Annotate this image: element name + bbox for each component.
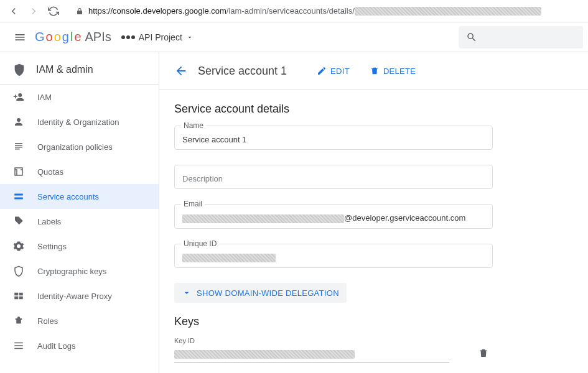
svg-rect-6	[19, 297, 23, 300]
name-label: Name	[181, 121, 206, 130]
email-value: @developer.gserviceaccount.com	[182, 213, 485, 223]
trash-icon	[370, 66, 380, 76]
roles-icon	[12, 315, 25, 326]
svg-rect-5	[14, 297, 18, 300]
key-id-cell: Key ID	[174, 337, 449, 362]
trash-icon	[478, 348, 489, 359]
edit-button[interactable]: EDIT	[312, 62, 355, 80]
person-add-icon	[12, 91, 25, 103]
description-field[interactable]: Description	[174, 165, 493, 189]
iap-icon	[12, 290, 25, 302]
sidebar-item-iam[interactable]: IAM	[0, 85, 159, 109]
sidebar-item-label: Settings	[37, 242, 67, 251]
browser-reload-button[interactable]	[45, 2, 62, 20]
uniqueid-value	[182, 253, 485, 263]
sidebar-item-orgpolicies[interactable]: Organization policies	[0, 134, 159, 159]
quota-icon	[12, 166, 25, 177]
sidebar-item-label: Identity & Organization	[37, 117, 119, 127]
lock-icon	[76, 7, 83, 15]
sidebar-item-crypto-keys[interactable]: Cryptographic keys	[0, 259, 159, 283]
doc-icon	[12, 141, 25, 152]
sidebar-header[interactable]: IAM & admin	[0, 55, 159, 85]
sidebar-item-iap[interactable]: Identity-Aware Proxy	[0, 283, 159, 308]
sidebar-item-label: Quotas	[37, 167, 63, 177]
delete-button[interactable]: DELETE	[365, 62, 421, 80]
section-title: Service account details	[174, 103, 493, 116]
url-redacted-id	[355, 7, 541, 16]
keys-title: Keys	[174, 315, 493, 328]
project-icon	[121, 35, 135, 39]
search-icon	[466, 32, 477, 43]
google-apis-logo[interactable]: Google APIs	[35, 30, 111, 44]
pencil-icon	[317, 66, 327, 76]
key-id-label: Key ID	[174, 337, 449, 344]
sidebar-item-roles[interactable]: Roles	[0, 308, 159, 333]
shield-icon	[12, 63, 26, 76]
url-host: https://console.developers.google.com	[88, 6, 226, 16]
url-path: /iam-admin/serviceaccounts/details/	[226, 6, 355, 16]
sidebar-item-label: Labels	[37, 217, 61, 226]
sidebar-item-service-accounts[interactable]: Service accounts	[0, 184, 159, 209]
sidebar-item-labels[interactable]: Labels	[0, 209, 159, 234]
sidebar-item-audit-logs[interactable]: Audit Logs	[0, 333, 159, 358]
project-name: API Project	[139, 32, 182, 42]
menu-button[interactable]	[5, 31, 35, 44]
delete-key-button[interactable]	[474, 344, 493, 362]
tag-icon	[12, 216, 25, 227]
page-title: Service account 1	[198, 65, 287, 78]
svg-rect-0	[15, 168, 22, 175]
sidebar-item-label: Organization policies	[37, 142, 113, 152]
gear-icon	[12, 241, 25, 252]
sidebar: IAM & admin IAM Identity & Organization …	[0, 52, 159, 373]
back-button[interactable]	[174, 64, 188, 78]
chevron-down-icon	[186, 34, 194, 41]
person-icon	[12, 116, 25, 127]
email-field: Email @developer.gserviceaccount.com	[174, 204, 493, 229]
sidebar-item-label: Roles	[37, 316, 58, 326]
list-icon	[12, 340, 25, 351]
sidebar-title: IAM & admin	[36, 64, 93, 75]
show-delegation-button[interactable]: SHOW DOMAIN-WIDE DELEGATION	[174, 283, 347, 303]
browser-back-button[interactable]	[5, 2, 22, 20]
svg-rect-4	[19, 293, 23, 296]
sidebar-item-label: Cryptographic keys	[37, 267, 106, 276]
shield-outline-icon	[12, 265, 25, 277]
sidebar-item-quotas[interactable]: Quotas	[0, 159, 159, 184]
search-input[interactable]	[459, 26, 583, 48]
svg-rect-2	[14, 198, 23, 200]
main-content: Service account 1 EDIT DELETE Service ac…	[159, 52, 588, 373]
sidebar-item-label: IAM	[37, 93, 52, 102]
uniqueid-label: Unique ID	[181, 239, 219, 248]
name-value: Service account 1	[182, 135, 485, 144]
browser-url-bar[interactable]: https://console.developers.google.com/ia…	[70, 2, 583, 20]
svg-rect-1	[14, 194, 23, 196]
email-label: Email	[181, 200, 205, 208]
chevron-down-icon	[182, 288, 192, 298]
project-picker[interactable]: API Project	[121, 32, 194, 42]
browser-forward-button[interactable]	[25, 2, 42, 20]
sidebar-item-label: Service accounts	[37, 192, 99, 201]
sidebar-item-settings[interactable]: Settings	[0, 234, 159, 259]
sidebar-item-identity[interactable]: Identity & Organization	[0, 109, 159, 134]
description-placeholder: Description	[182, 174, 485, 183]
sidebar-item-label: Identity-Aware Proxy	[37, 292, 112, 301]
svg-rect-3	[14, 293, 18, 296]
service-account-icon	[12, 191, 25, 202]
uniqueid-field: Unique ID	[174, 244, 493, 269]
sidebar-item-label: Audit Logs	[37, 341, 75, 351]
name-field[interactable]: Name Service account 1	[174, 126, 493, 150]
